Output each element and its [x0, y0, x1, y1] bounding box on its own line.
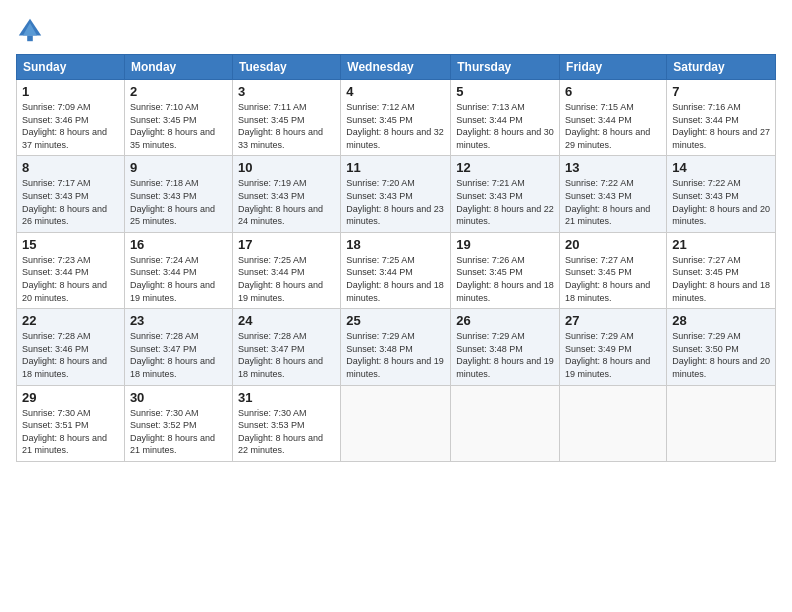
day-info: Sunrise: 7:11 AM Sunset: 3:45 PM Dayligh…	[238, 101, 335, 151]
day-number: 30	[130, 390, 227, 405]
day-info: Sunrise: 7:28 AM Sunset: 3:47 PM Dayligh…	[130, 330, 227, 380]
calendar-day-cell: 2 Sunrise: 7:10 AM Sunset: 3:45 PM Dayli…	[124, 80, 232, 156]
calendar-day-cell: 4 Sunrise: 7:12 AM Sunset: 3:45 PM Dayli…	[341, 80, 451, 156]
day-info: Sunrise: 7:21 AM Sunset: 3:43 PM Dayligh…	[456, 177, 554, 227]
day-number: 22	[22, 313, 119, 328]
calendar-day-cell	[667, 385, 776, 461]
day-number: 7	[672, 84, 770, 99]
weekday-header: Friday	[560, 55, 667, 80]
day-number: 8	[22, 160, 119, 175]
day-info: Sunrise: 7:30 AM Sunset: 3:52 PM Dayligh…	[130, 407, 227, 457]
day-number: 13	[565, 160, 661, 175]
day-number: 21	[672, 237, 770, 252]
weekday-header: Wednesday	[341, 55, 451, 80]
calendar-day-cell: 1 Sunrise: 7:09 AM Sunset: 3:46 PM Dayli…	[17, 80, 125, 156]
logo	[16, 16, 48, 44]
calendar-day-cell: 5 Sunrise: 7:13 AM Sunset: 3:44 PM Dayli…	[451, 80, 560, 156]
day-info: Sunrise: 7:10 AM Sunset: 3:45 PM Dayligh…	[130, 101, 227, 151]
calendar-day-cell: 18 Sunrise: 7:25 AM Sunset: 3:44 PM Dayl…	[341, 232, 451, 308]
day-info: Sunrise: 7:29 AM Sunset: 3:48 PM Dayligh…	[346, 330, 445, 380]
day-info: Sunrise: 7:27 AM Sunset: 3:45 PM Dayligh…	[672, 254, 770, 304]
calendar-day-cell: 23 Sunrise: 7:28 AM Sunset: 3:47 PM Dayl…	[124, 309, 232, 385]
calendar-day-cell: 14 Sunrise: 7:22 AM Sunset: 3:43 PM Dayl…	[667, 156, 776, 232]
day-number: 15	[22, 237, 119, 252]
day-number: 10	[238, 160, 335, 175]
day-number: 6	[565, 84, 661, 99]
day-number: 18	[346, 237, 445, 252]
day-number: 1	[22, 84, 119, 99]
calendar-day-cell: 16 Sunrise: 7:24 AM Sunset: 3:44 PM Dayl…	[124, 232, 232, 308]
day-info: Sunrise: 7:25 AM Sunset: 3:44 PM Dayligh…	[238, 254, 335, 304]
calendar-day-cell: 11 Sunrise: 7:20 AM Sunset: 3:43 PM Dayl…	[341, 156, 451, 232]
day-info: Sunrise: 7:27 AM Sunset: 3:45 PM Dayligh…	[565, 254, 661, 304]
calendar-day-cell: 27 Sunrise: 7:29 AM Sunset: 3:49 PM Dayl…	[560, 309, 667, 385]
calendar-week-row: 1 Sunrise: 7:09 AM Sunset: 3:46 PM Dayli…	[17, 80, 776, 156]
day-number: 31	[238, 390, 335, 405]
day-info: Sunrise: 7:28 AM Sunset: 3:47 PM Dayligh…	[238, 330, 335, 380]
calendar-week-row: 15 Sunrise: 7:23 AM Sunset: 3:44 PM Dayl…	[17, 232, 776, 308]
day-number: 5	[456, 84, 554, 99]
calendar-day-cell: 17 Sunrise: 7:25 AM Sunset: 3:44 PM Dayl…	[232, 232, 340, 308]
day-number: 12	[456, 160, 554, 175]
day-info: Sunrise: 7:19 AM Sunset: 3:43 PM Dayligh…	[238, 177, 335, 227]
day-number: 19	[456, 237, 554, 252]
day-info: Sunrise: 7:30 AM Sunset: 3:51 PM Dayligh…	[22, 407, 119, 457]
day-info: Sunrise: 7:13 AM Sunset: 3:44 PM Dayligh…	[456, 101, 554, 151]
calendar-day-cell: 24 Sunrise: 7:28 AM Sunset: 3:47 PM Dayl…	[232, 309, 340, 385]
day-info: Sunrise: 7:16 AM Sunset: 3:44 PM Dayligh…	[672, 101, 770, 151]
day-number: 26	[456, 313, 554, 328]
day-info: Sunrise: 7:29 AM Sunset: 3:49 PM Dayligh…	[565, 330, 661, 380]
day-info: Sunrise: 7:09 AM Sunset: 3:46 PM Dayligh…	[22, 101, 119, 151]
day-info: Sunrise: 7:20 AM Sunset: 3:43 PM Dayligh…	[346, 177, 445, 227]
logo-icon	[16, 16, 44, 44]
calendar-day-cell	[560, 385, 667, 461]
calendar-table: SundayMondayTuesdayWednesdayThursdayFrid…	[16, 54, 776, 462]
svg-rect-2	[27, 36, 33, 42]
calendar-day-cell: 6 Sunrise: 7:15 AM Sunset: 3:44 PM Dayli…	[560, 80, 667, 156]
day-info: Sunrise: 7:29 AM Sunset: 3:50 PM Dayligh…	[672, 330, 770, 380]
day-info: Sunrise: 7:22 AM Sunset: 3:43 PM Dayligh…	[565, 177, 661, 227]
page-header	[16, 16, 776, 44]
calendar-day-cell: 30 Sunrise: 7:30 AM Sunset: 3:52 PM Dayl…	[124, 385, 232, 461]
day-number: 2	[130, 84, 227, 99]
calendar-day-cell: 10 Sunrise: 7:19 AM Sunset: 3:43 PM Dayl…	[232, 156, 340, 232]
day-number: 27	[565, 313, 661, 328]
calendar-week-row: 29 Sunrise: 7:30 AM Sunset: 3:51 PM Dayl…	[17, 385, 776, 461]
calendar-day-cell: 31 Sunrise: 7:30 AM Sunset: 3:53 PM Dayl…	[232, 385, 340, 461]
day-info: Sunrise: 7:15 AM Sunset: 3:44 PM Dayligh…	[565, 101, 661, 151]
day-info: Sunrise: 7:17 AM Sunset: 3:43 PM Dayligh…	[22, 177, 119, 227]
calendar-day-cell: 12 Sunrise: 7:21 AM Sunset: 3:43 PM Dayl…	[451, 156, 560, 232]
day-info: Sunrise: 7:12 AM Sunset: 3:45 PM Dayligh…	[346, 101, 445, 151]
weekday-header: Saturday	[667, 55, 776, 80]
calendar-header-row: SundayMondayTuesdayWednesdayThursdayFrid…	[17, 55, 776, 80]
day-number: 11	[346, 160, 445, 175]
day-number: 28	[672, 313, 770, 328]
calendar-day-cell: 15 Sunrise: 7:23 AM Sunset: 3:44 PM Dayl…	[17, 232, 125, 308]
calendar-day-cell: 29 Sunrise: 7:30 AM Sunset: 3:51 PM Dayl…	[17, 385, 125, 461]
day-info: Sunrise: 7:29 AM Sunset: 3:48 PM Dayligh…	[456, 330, 554, 380]
calendar-day-cell: 7 Sunrise: 7:16 AM Sunset: 3:44 PM Dayli…	[667, 80, 776, 156]
day-info: Sunrise: 7:23 AM Sunset: 3:44 PM Dayligh…	[22, 254, 119, 304]
day-info: Sunrise: 7:28 AM Sunset: 3:46 PM Dayligh…	[22, 330, 119, 380]
weekday-header: Sunday	[17, 55, 125, 80]
day-number: 29	[22, 390, 119, 405]
calendar-day-cell: 3 Sunrise: 7:11 AM Sunset: 3:45 PM Dayli…	[232, 80, 340, 156]
calendar-day-cell: 19 Sunrise: 7:26 AM Sunset: 3:45 PM Dayl…	[451, 232, 560, 308]
calendar-day-cell: 20 Sunrise: 7:27 AM Sunset: 3:45 PM Dayl…	[560, 232, 667, 308]
day-info: Sunrise: 7:30 AM Sunset: 3:53 PM Dayligh…	[238, 407, 335, 457]
day-number: 23	[130, 313, 227, 328]
calendar-day-cell	[341, 385, 451, 461]
calendar-day-cell: 21 Sunrise: 7:27 AM Sunset: 3:45 PM Dayl…	[667, 232, 776, 308]
calendar-week-row: 22 Sunrise: 7:28 AM Sunset: 3:46 PM Dayl…	[17, 309, 776, 385]
day-number: 14	[672, 160, 770, 175]
calendar-day-cell: 28 Sunrise: 7:29 AM Sunset: 3:50 PM Dayl…	[667, 309, 776, 385]
day-number: 20	[565, 237, 661, 252]
weekday-header: Monday	[124, 55, 232, 80]
calendar-day-cell: 9 Sunrise: 7:18 AM Sunset: 3:43 PM Dayli…	[124, 156, 232, 232]
weekday-header: Thursday	[451, 55, 560, 80]
calendar-day-cell: 25 Sunrise: 7:29 AM Sunset: 3:48 PM Dayl…	[341, 309, 451, 385]
calendar-day-cell: 13 Sunrise: 7:22 AM Sunset: 3:43 PM Dayl…	[560, 156, 667, 232]
day-info: Sunrise: 7:25 AM Sunset: 3:44 PM Dayligh…	[346, 254, 445, 304]
weekday-header: Tuesday	[232, 55, 340, 80]
calendar-day-cell: 26 Sunrise: 7:29 AM Sunset: 3:48 PM Dayl…	[451, 309, 560, 385]
